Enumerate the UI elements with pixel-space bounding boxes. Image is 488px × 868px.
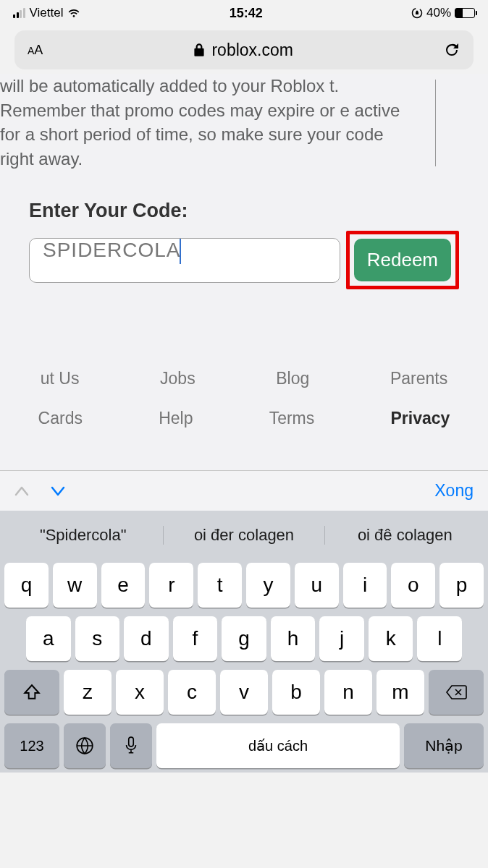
mic-key[interactable] xyxy=(110,723,152,768)
keyboard: "Spidercola"oi đer colagenoi đê colagen … xyxy=(0,511,488,773)
lock-icon xyxy=(193,42,206,58)
key-n[interactable]: n xyxy=(324,670,372,715)
redeem-button[interactable]: Redeem xyxy=(354,239,451,281)
divider xyxy=(435,80,437,166)
suggestion-bar: "Spidercola"oi đer colagenoi đê colagen xyxy=(3,516,485,554)
footer-link[interactable]: Jobs xyxy=(160,369,195,388)
key-a[interactable]: a xyxy=(26,616,71,661)
key-m[interactable]: m xyxy=(376,670,424,715)
footer-link[interactable]: Help xyxy=(159,409,193,428)
status-right: 40% xyxy=(411,6,475,20)
key-l[interactable]: l xyxy=(417,616,462,661)
key-p[interactable]: p xyxy=(439,563,484,608)
svg-rect-2 xyxy=(129,737,134,746)
url-domain[interactable]: roblox.com xyxy=(193,41,293,60)
return-key[interactable]: Nhập xyxy=(404,723,484,768)
key-o[interactable]: o xyxy=(391,563,435,608)
next-field-icon[interactable] xyxy=(51,485,65,497)
battery-icon xyxy=(455,8,475,18)
footer-link[interactable]: Blog xyxy=(276,369,309,388)
rotation-lock-icon xyxy=(411,7,423,19)
key-q[interactable]: q xyxy=(4,563,49,608)
footer-link[interactable]: ut Us xyxy=(41,369,80,388)
space-key[interactable]: dấu cách xyxy=(156,723,400,768)
text-size-button[interactable]: AA xyxy=(28,43,43,58)
code-label: Enter Your Code: xyxy=(29,200,459,222)
numbers-key[interactable]: 123 xyxy=(4,723,59,768)
key-c[interactable]: c xyxy=(168,670,216,715)
suggestion[interactable]: oi đer colagen xyxy=(164,526,324,545)
key-f[interactable]: f xyxy=(173,616,218,661)
globe-key[interactable] xyxy=(64,723,106,768)
key-y[interactable]: y xyxy=(246,563,290,608)
page-content: will be automatically added to your Robl… xyxy=(0,74,488,470)
key-d[interactable]: d xyxy=(124,616,169,661)
carrier-label: Viettel xyxy=(30,6,64,20)
text-cursor xyxy=(180,239,181,264)
shift-key[interactable] xyxy=(4,670,59,715)
status-time: 15:42 xyxy=(230,6,263,21)
key-z[interactable]: z xyxy=(64,670,112,715)
globe-icon xyxy=(75,736,94,755)
key-b[interactable]: b xyxy=(272,670,320,715)
wifi-icon xyxy=(67,8,80,18)
backspace-icon xyxy=(445,684,467,700)
mic-icon xyxy=(124,736,138,755)
suggestion[interactable]: oi đê colagen xyxy=(325,526,485,545)
key-j[interactable]: j xyxy=(319,616,364,661)
key-u[interactable]: u xyxy=(295,563,339,608)
key-h[interactable]: h xyxy=(271,616,316,661)
key-v[interactable]: v xyxy=(220,670,268,715)
key-w[interactable]: w xyxy=(53,563,97,608)
instruction-text: will be automatically added to your Robl… xyxy=(0,74,418,171)
footer-link[interactable]: Terms xyxy=(269,409,315,428)
footer-link[interactable]: Privacy xyxy=(391,409,450,428)
footer-link[interactable]: Cards xyxy=(38,409,83,428)
key-i[interactable]: i xyxy=(343,563,387,608)
footer-links: ut UsJobsBlogParents CardsHelpTermsPriva… xyxy=(0,369,488,470)
keyboard-done-button[interactable]: Xong xyxy=(434,481,474,501)
footer-link[interactable]: Parents xyxy=(390,369,447,388)
status-bar: Viettel 15:42 40% xyxy=(0,0,488,26)
backspace-key[interactable] xyxy=(429,670,484,715)
key-k[interactable]: k xyxy=(369,616,413,661)
reload-icon[interactable] xyxy=(443,41,460,59)
key-x[interactable]: x xyxy=(116,670,164,715)
battery-percent: 40% xyxy=(426,6,451,20)
shift-icon xyxy=(22,683,41,702)
key-g[interactable]: g xyxy=(222,616,266,661)
code-section: Enter Your Code: SPIDERCOLA Redeem xyxy=(0,171,488,289)
key-s[interactable]: s xyxy=(75,616,120,661)
keyboard-accessory: Xong xyxy=(0,470,488,511)
browser-url-bar[interactable]: AA roblox.com xyxy=(14,30,474,69)
code-input[interactable]: SPIDERCOLA xyxy=(29,238,340,283)
status-left: Viettel xyxy=(13,6,80,20)
prev-field-icon[interactable] xyxy=(14,485,29,497)
key-r[interactable]: r xyxy=(149,563,193,608)
signal-icon xyxy=(13,8,25,18)
key-e[interactable]: e xyxy=(101,563,146,608)
key-t[interactable]: t xyxy=(198,563,242,608)
redeem-highlight: Redeem xyxy=(346,231,459,289)
suggestion[interactable]: "Spidercola" xyxy=(3,526,164,545)
